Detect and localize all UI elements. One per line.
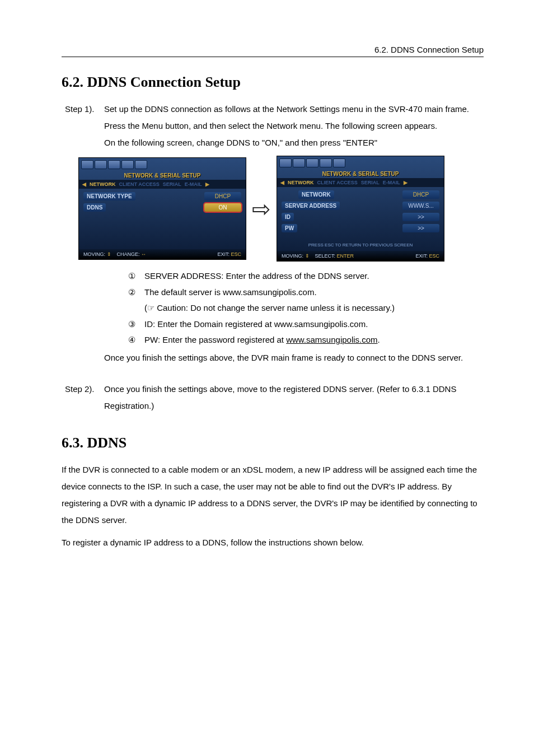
enum-2-text: The default server is www.samsungipolis.… [144, 284, 317, 301]
sec63-p2: To register a dynamic IP address to a DD… [62, 534, 484, 551]
tab-arrow-left-icon: ◀ [280, 180, 284, 185]
val-id: >> [402, 213, 439, 221]
link-samsungipolis: www.samsungipolis.com [286, 335, 377, 344]
monitor-icon [81, 160, 93, 169]
tab-email: E-MAIL [383, 180, 400, 185]
step1-line2: Press the Menu button, and then select t… [104, 118, 484, 134]
tool-icon [333, 158, 345, 167]
dvr-screen-right: NETWORK & SERIAL SETUP ◀ NETWORK CLIENT … [277, 156, 444, 262]
person-icon [108, 160, 120, 169]
monitor-icon [279, 158, 292, 167]
enum-1-num: ① [127, 268, 137, 284]
tab-client-access: CLIENT ACCESS [317, 180, 358, 185]
network-icon [320, 158, 332, 167]
lbl-network: NETWORK [298, 190, 334, 199]
enum-2: ② The default server is www.samsungipoli… [127, 284, 484, 301]
tab-network: NETWORK [90, 181, 116, 187]
row-pw: PW >> [282, 224, 439, 232]
dvr-footer: MOVING: ⇕ CHANGE: ↔ EXIT: ESC [79, 249, 246, 259]
enum-4: ④ PW: Enter the password registered at w… [127, 332, 484, 348]
tab-serial: SERIAL [361, 180, 380, 185]
row-network-type: NETWORK TYPE DHCP [83, 192, 241, 200]
lbl-id: ID [282, 213, 294, 221]
dvr-body: NETWORK DHCP SERVER ADDRESS WWW.S... ID … [277, 187, 444, 251]
step-2-text: Once you finish the settings above, move… [104, 381, 484, 414]
tab-arrow-left-icon: ◀ [82, 181, 86, 187]
dvr-tabs: ◀ NETWORK CLIENT ACCESS SERIAL E-MAIL ▶ [277, 178, 444, 187]
lbl-ddns: DDNS [83, 203, 106, 212]
val-pw: >> [402, 224, 439, 232]
arrow-right-icon: ⇨ [252, 196, 271, 222]
val-server-address: WWW.S... [402, 202, 439, 210]
dvr-icon-row [277, 156, 444, 170]
tab-client-access: CLIENT ACCESS [119, 181, 160, 187]
dvr-tabs: ◀ NETWORK CLIENT ACCESS SERIAL E-MAIL ▶ [79, 180, 246, 189]
step-1: Step 1). Set up the DDNS connection as f… [62, 101, 484, 151]
tab-network: NETWORK [288, 180, 314, 185]
val-dhcp: DHCP [204, 192, 241, 200]
foot-select: SELECT: ENTER [315, 253, 354, 259]
tool-icon [135, 160, 147, 169]
enum-caution: (☞ Caution: Do not change the server nam… [144, 300, 484, 316]
running-header: 6.2. DDNS Connection Setup [62, 45, 484, 57]
step1-line3: On the following screen, change DDNS to … [104, 134, 484, 151]
step-1-label: Step 1). [62, 101, 104, 151]
enum-block: ① SERVER ADDRESS: Enter the address of t… [62, 268, 484, 372]
val-on-circled: ON [204, 203, 241, 212]
heading-6-2: 6.2. DDNS Connection Setup [62, 74, 484, 91]
figure-row: NETWORK & SERIAL SETUP ◀ NETWORK CLIENT … [39, 156, 484, 262]
row-ddns: DDNS ON [83, 203, 241, 212]
foot-moving: MOVING: ⇕ [282, 253, 310, 259]
pointer-icon: (☞ [144, 303, 154, 312]
list-icon [95, 160, 107, 169]
lbl-network-type: NETWORK TYPE [83, 192, 135, 200]
row-id: ID >> [282, 213, 439, 221]
dvr-title: NETWORK & SERIAL SETUP [79, 171, 246, 180]
dvr-icon-row [79, 158, 246, 171]
row-server-address: SERVER ADDRESS WWW.S... [282, 202, 439, 210]
dvr-screen-left: NETWORK & SERIAL SETUP ◀ NETWORK CLIENT … [78, 157, 246, 260]
person-icon [306, 158, 318, 167]
step-1-body: Set up the DDNS connection as follows at… [104, 101, 484, 151]
enum-3: ③ ID: Enter the Domain registered at www… [127, 316, 484, 333]
val-dhcp: DHCP [402, 190, 439, 199]
foot-exit: EXIT: ESC [217, 251, 241, 257]
dvr-footer: MOVING: ⇕ SELECT: ENTER EXIT: ESC [277, 251, 444, 261]
enum-3-text: ID: Enter the Domain registered at www.s… [144, 316, 368, 333]
tab-arrow-right-icon: ▶ [404, 180, 407, 185]
section-6-3: 6.3. DDNS If the DVR is connected to a c… [62, 435, 484, 551]
lbl-server-address: SERVER ADDRESS [282, 202, 340, 210]
after-list-para: Once you finish the settings above, the … [104, 349, 484, 366]
sec63-p1: If the DVR is connected to a cable modem… [62, 461, 484, 529]
enum-2-num: ② [127, 284, 137, 301]
foot-moving: MOVING: ⇕ [83, 251, 111, 257]
row-network: NETWORK DHCP [282, 190, 439, 199]
enum-1: ① SERVER ADDRESS: Enter the address of t… [127, 268, 484, 284]
foot-change: CHANGE: ↔ [117, 251, 147, 257]
tab-serial: SERIAL [163, 181, 181, 187]
tab-arrow-right-icon: ▶ [205, 181, 209, 187]
network-icon [121, 160, 134, 169]
step-2-label: Step 2). [62, 381, 104, 414]
heading-6-3: 6.3. DDNS [62, 435, 484, 451]
step-2: Step 2). Once you finish the settings ab… [62, 381, 484, 414]
lbl-pw: PW [282, 224, 297, 232]
dvr-title: NETWORK & SERIAL SETUP [277, 170, 444, 178]
enum-4-text: PW: Enter the password registered at www… [144, 332, 380, 348]
document-page: 6.2. DDNS Connection Setup 6.2. DDNS Con… [0, 0, 534, 756]
step1-line1: Set up the DDNS connection as follows at… [104, 101, 484, 118]
enum-1-text: SERVER ADDRESS: Enter the address of the… [144, 268, 369, 284]
enum-3-num: ③ [127, 316, 137, 333]
enum-4-num: ④ [127, 332, 137, 348]
esc-note: PRESS ESC TO RETURN TO PREVIOUS SCREEN [282, 242, 439, 248]
foot-exit: EXIT: ESC [415, 253, 439, 259]
dvr-body: NETWORK TYPE DHCP DDNS ON [79, 189, 246, 249]
tab-email: E-MAIL [185, 181, 202, 187]
enum-list: ① SERVER ADDRESS: Enter the address of t… [127, 268, 484, 348]
list-icon [293, 158, 305, 167]
